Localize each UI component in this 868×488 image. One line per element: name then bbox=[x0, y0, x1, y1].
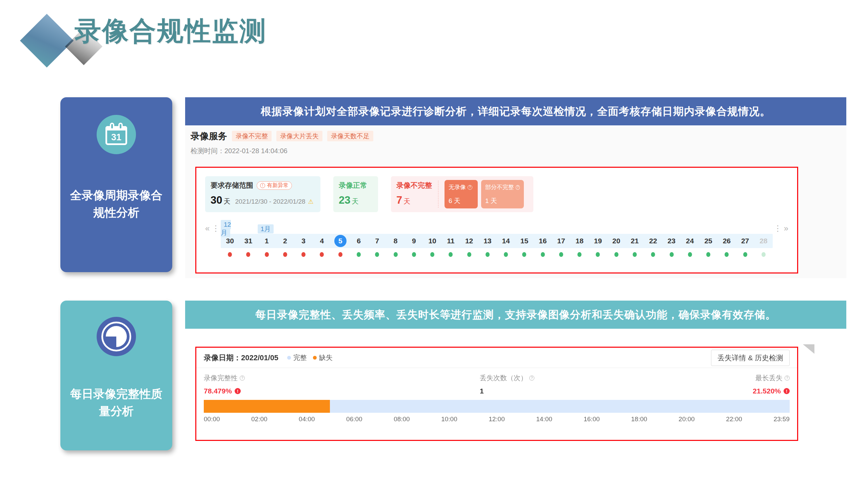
side-card-cycle-analysis: 31 全录像周期录像合规性分析 bbox=[60, 97, 172, 272]
timeline-day[interactable]: 12 bbox=[460, 237, 478, 245]
day-status-dot bbox=[651, 252, 655, 257]
day-status-dot bbox=[467, 252, 471, 257]
incomplete-days: 7 bbox=[396, 194, 402, 206]
timeline-day[interactable]: 18 bbox=[570, 237, 589, 245]
timeline-day[interactable]: 7 bbox=[368, 237, 386, 245]
daily-analysis-label: 每日录像完整性质量分析 bbox=[70, 385, 162, 420]
section1-banner: 根据录像计划对全部录像记录进行诊断分析，详细记录每次巡检情况，全面考核存储日期内… bbox=[185, 97, 846, 125]
timeline-day[interactable]: 21 bbox=[626, 237, 644, 245]
recording-normal-card: 录像正常 23 天 bbox=[333, 176, 378, 212]
timeline-day[interactable]: 9 bbox=[405, 237, 423, 245]
scroll-right-icon[interactable]: » bbox=[784, 224, 788, 233]
page-title: 录像合规性监测 bbox=[75, 14, 267, 49]
timeline-day[interactable]: 30 bbox=[221, 237, 239, 245]
timeline-day[interactable]: 24 bbox=[681, 237, 699, 245]
longest-loss-stat: 最长丢失 ? 21.520% ! bbox=[753, 373, 790, 395]
month-chip: 1月 bbox=[258, 224, 274, 233]
alert-icon: ! bbox=[235, 388, 241, 394]
timeline-day[interactable]: 15 bbox=[515, 237, 533, 245]
timeline-day[interactable]: 17 bbox=[552, 237, 570, 245]
storage-range-card: 要求存储范围 ! 有新异常 30 天 2021/12/30 - 2022/01/… bbox=[205, 176, 320, 212]
compliance-panel: 要求存储范围 ! 有新异常 30 天 2021/12/30 - 2022/01/… bbox=[195, 167, 798, 273]
daily-integrity-panel: 录像日期： 2022/01/05 完整 缺失 丢失详情 & 历史检测 录像完整性… bbox=[195, 347, 798, 441]
timeline-day[interactable]: 8 bbox=[386, 237, 405, 245]
timeline-day[interactable]: 19 bbox=[589, 237, 607, 245]
date-strip: 3031123456789101112131415161718192021222… bbox=[221, 234, 773, 248]
question-icon[interactable]: ? bbox=[529, 375, 534, 381]
timeline-day[interactable]: 2 bbox=[276, 237, 294, 245]
time-tick: 12:00 bbox=[489, 415, 505, 423]
question-icon[interactable]: ? bbox=[240, 375, 245, 381]
timeline-day[interactable]: 10 bbox=[423, 237, 441, 245]
partial-incomplete-value: 1 天 bbox=[485, 197, 520, 205]
day-status-dot bbox=[743, 252, 747, 257]
recording-incomplete-card: 录像不完整 7 天 无录像? 6 天 部分不完整? 1 天 bbox=[391, 176, 533, 212]
more-right-icon[interactable]: ⋮ bbox=[774, 224, 782, 233]
check-time-label: 检测时间： bbox=[191, 147, 224, 155]
section2-banner: 每日录像完整性、丢失频率、丢失时长等进行监测，支持录像图像分析和丢失确认功能，确… bbox=[185, 301, 846, 329]
day-status-dot bbox=[670, 252, 674, 257]
day-status-dot bbox=[430, 252, 434, 257]
calendar-ring-icon bbox=[110, 123, 114, 130]
cycle-analysis-label: 全录像周期录像合规性分析 bbox=[70, 187, 162, 221]
timeline-day[interactable]: 14 bbox=[497, 237, 515, 245]
slide-page: 录像合规性监测 31 全录像周期录像合规性分析 根据录像计划对全部录像记录进行诊… bbox=[0, 0, 868, 488]
timeline-day[interactable]: 13 bbox=[478, 237, 497, 245]
new-abnormal-text: 有新异常 bbox=[267, 182, 289, 189]
timeline-day[interactable]: 31 bbox=[239, 237, 257, 245]
day-status-dot bbox=[449, 252, 453, 257]
legend-complete-label: 完整 bbox=[293, 353, 307, 362]
timeline-day[interactable]: 27 bbox=[736, 237, 754, 245]
logo-diamond-blue bbox=[20, 14, 74, 67]
timeline-day[interactable]: 25 bbox=[699, 237, 717, 245]
no-recording-label: 无录像 bbox=[449, 183, 466, 191]
bar-legend: 完整 缺失 bbox=[287, 353, 333, 362]
timeline-day[interactable]: 28 bbox=[754, 237, 773, 245]
day-status-dot bbox=[577, 252, 581, 257]
time-tick: 06:00 bbox=[346, 415, 362, 423]
normal-days: 23 bbox=[339, 194, 350, 206]
alert-icon: ! bbox=[784, 388, 790, 394]
integrity-value: 78.479% bbox=[204, 387, 232, 395]
time-tick: 23:59 bbox=[773, 415, 790, 423]
timeline-day[interactable]: 6 bbox=[350, 237, 368, 245]
day-status-dot bbox=[688, 252, 692, 257]
status-dot-row bbox=[221, 252, 773, 257]
timeline-day[interactable]: 1 bbox=[258, 237, 276, 245]
day-status-dot bbox=[559, 252, 563, 257]
timeline-day[interactable]: 23 bbox=[662, 237, 680, 245]
storage-range-title: 要求存储范围 bbox=[211, 181, 253, 190]
storage-days: 30 bbox=[211, 194, 222, 206]
loss-count-value: 1 bbox=[480, 387, 484, 395]
timeline-day[interactable]: 22 bbox=[644, 237, 662, 245]
no-recording-value: 6 天 bbox=[449, 197, 474, 205]
time-axis: 00:0002:0004:0006:0008:0010:0012:0014:00… bbox=[204, 415, 790, 423]
timeline-day[interactable]: 3 bbox=[294, 237, 313, 245]
question-icon[interactable]: ? bbox=[468, 185, 472, 190]
day-status-dot bbox=[228, 252, 232, 257]
loss-count-label: 丢失次数（次） bbox=[480, 373, 527, 383]
timeline-day[interactable]: 20 bbox=[607, 237, 626, 245]
scroll-left-icon[interactable]: « bbox=[205, 224, 210, 233]
timeline-day[interactable]: 5 bbox=[331, 235, 350, 247]
check-time: 检测时间：2022-01-28 14:04:06 bbox=[191, 146, 288, 156]
storage-days-unit: 天 bbox=[223, 197, 230, 206]
incomplete-days-unit: 天 bbox=[403, 197, 410, 206]
longest-loss-label: 最长丢失 bbox=[755, 373, 783, 383]
timeline-day[interactable]: 26 bbox=[717, 237, 736, 245]
more-left-icon[interactable]: ⋮ bbox=[212, 224, 220, 233]
timeline-day[interactable]: 11 bbox=[441, 237, 460, 245]
question-icon[interactable]: ? bbox=[785, 375, 790, 381]
question-icon[interactable]: ? bbox=[516, 185, 520, 190]
legend-missing-label: 缺失 bbox=[319, 353, 333, 362]
day-status-dot bbox=[614, 252, 618, 257]
fold-corner-icon bbox=[802, 344, 814, 354]
day-status-dot bbox=[412, 252, 416, 257]
service-status-tag: 录像不完整 bbox=[232, 131, 272, 141]
loss-detail-button[interactable]: 丢失详情 & 历史检测 bbox=[711, 350, 790, 366]
timeline-day[interactable]: 16 bbox=[534, 237, 552, 245]
timeline-day[interactable]: 4 bbox=[313, 237, 331, 245]
time-tick: 14:00 bbox=[536, 415, 552, 423]
partial-incomplete-label: 部分不完整 bbox=[485, 183, 514, 191]
time-tick: 00:00 bbox=[204, 415, 220, 423]
